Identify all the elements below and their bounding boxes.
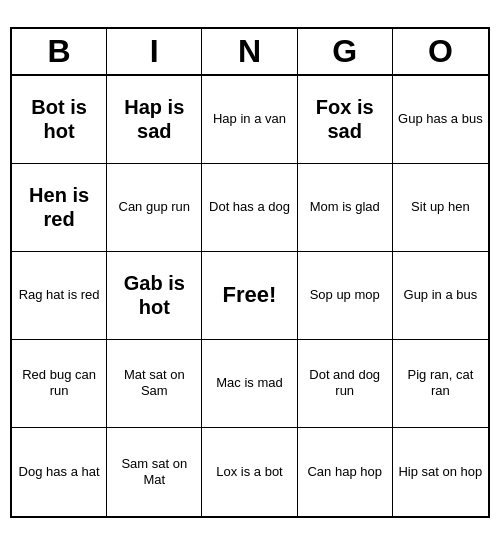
- bingo-cell-14: Gup in a bus: [393, 252, 488, 340]
- header-letter-g: G: [298, 29, 393, 74]
- header-letter-n: N: [202, 29, 297, 74]
- bingo-cell-19: Pig ran, cat ran: [393, 340, 488, 428]
- bingo-cell-21: Sam sat on Mat: [107, 428, 202, 516]
- bingo-cell-12: Free!: [202, 252, 297, 340]
- bingo-cell-4: Gup has a bus: [393, 76, 488, 164]
- bingo-cell-1: Hap is sad: [107, 76, 202, 164]
- bingo-cell-22: Lox is a bot: [202, 428, 297, 516]
- bingo-cell-8: Mom is glad: [298, 164, 393, 252]
- bingo-cell-15: Red bug can run: [12, 340, 107, 428]
- bingo-cell-17: Mac is mad: [202, 340, 297, 428]
- header-letter-b: B: [12, 29, 107, 74]
- bingo-cell-0: Bot is hot: [12, 76, 107, 164]
- bingo-cell-11: Gab is hot: [107, 252, 202, 340]
- bingo-cell-23: Can hap hop: [298, 428, 393, 516]
- bingo-cell-7: Dot has a dog: [202, 164, 297, 252]
- bingo-card: BINGO Bot is hotHap is sadHap in a vanFo…: [10, 27, 490, 518]
- header-letter-i: I: [107, 29, 202, 74]
- bingo-cell-2: Hap in a van: [202, 76, 297, 164]
- bingo-cell-24: Hip sat on hop: [393, 428, 488, 516]
- bingo-cell-18: Dot and dog run: [298, 340, 393, 428]
- bingo-cell-6: Can gup run: [107, 164, 202, 252]
- bingo-cell-20: Dog has a hat: [12, 428, 107, 516]
- header-letter-o: O: [393, 29, 488, 74]
- bingo-cell-3: Fox is sad: [298, 76, 393, 164]
- bingo-cell-5: Hen is red: [12, 164, 107, 252]
- bingo-header: BINGO: [12, 29, 488, 76]
- bingo-cell-16: Mat sat on Sam: [107, 340, 202, 428]
- bingo-cell-9: Sit up hen: [393, 164, 488, 252]
- bingo-cell-13: Sop up mop: [298, 252, 393, 340]
- bingo-cell-10: Rag hat is red: [12, 252, 107, 340]
- bingo-grid: Bot is hotHap is sadHap in a vanFox is s…: [12, 76, 488, 516]
